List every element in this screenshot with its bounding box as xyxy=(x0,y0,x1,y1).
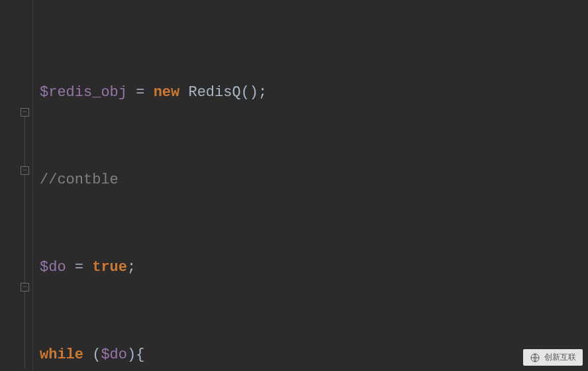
paren-open: ( xyxy=(83,346,101,363)
brace: ){ xyxy=(127,346,144,363)
gutter: − − − xyxy=(0,0,33,371)
semicolon: ; xyxy=(127,259,136,276)
fold-toggle-while[interactable]: − xyxy=(21,108,29,117)
fold-toggle-if-empty[interactable]: − xyxy=(21,166,29,175)
keyword-new: new xyxy=(154,84,180,101)
variable: $redis_obj xyxy=(40,84,127,101)
variable: $do xyxy=(40,259,66,276)
operator: = xyxy=(66,259,93,276)
fold-toggle-if-result[interactable]: − xyxy=(21,283,29,292)
code-line[interactable]: //contble xyxy=(33,166,588,195)
code-line[interactable]: $redis_obj = new RedisQ(); xyxy=(33,78,588,107)
fold-guide xyxy=(24,117,25,368)
code-editor[interactable]: − − − $redis_obj = new RedisQ(); //contb… xyxy=(0,0,588,371)
parens: (); xyxy=(241,84,268,101)
code-area[interactable]: $redis_obj = new RedisQ(); //contble $do… xyxy=(33,0,588,371)
operator: = xyxy=(127,84,154,101)
code-line[interactable]: while ($do){ xyxy=(33,341,588,370)
class-name: RedisQ xyxy=(188,84,240,101)
space xyxy=(179,84,188,101)
keyword-while: while xyxy=(40,346,83,363)
code-line[interactable]: $do = true; xyxy=(33,253,588,282)
keyword-true: true xyxy=(92,259,127,276)
comment: //contble xyxy=(40,172,119,188)
variable: $do xyxy=(101,346,127,363)
